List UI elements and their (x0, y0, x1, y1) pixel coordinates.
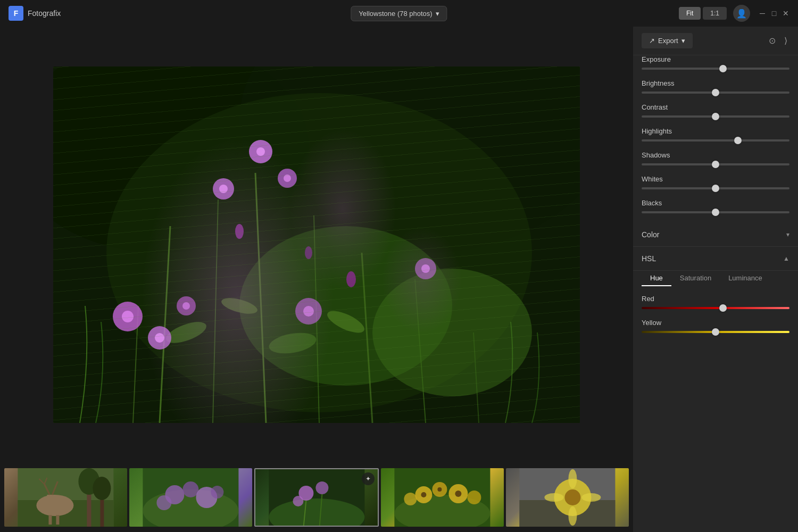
export-label: Export (658, 37, 678, 45)
color-section-title: Color (642, 230, 659, 239)
svg-point-80 (569, 506, 577, 526)
svg-point-74 (455, 491, 462, 497)
main-photo-container (0, 27, 633, 463)
title-bar: F Fotografix Yellowstone (78 photos) ▾ F… (0, 0, 798, 27)
highlights-slider-row (642, 139, 789, 142)
exposure-slider-track[interactable] (642, 68, 789, 70)
highlights-slider-thumb[interactable] (734, 137, 742, 144)
svg-point-71 (404, 493, 417, 505)
person-icon: 👤 (736, 9, 747, 19)
svg-point-62 (293, 496, 303, 506)
minimize-button[interactable]: ─ (759, 10, 766, 17)
exposure-slider-row (642, 68, 789, 70)
yellow-slider-row (642, 331, 789, 333)
svg-point-79 (569, 469, 577, 488)
svg-point-72 (421, 492, 427, 497)
brightness-slider-track[interactable] (642, 92, 789, 94)
main-photo (53, 66, 580, 423)
view-buttons: Fit 1:1 (679, 7, 727, 20)
blacks-label: Blacks (642, 199, 789, 207)
collection-label: Yellowstone (78 photos) (359, 10, 432, 18)
thumb-purple-image (129, 468, 252, 527)
shadows-slider-thumb[interactable] (712, 161, 719, 168)
one-to-one-button[interactable]: 1:1 (703, 7, 727, 20)
hsl-tabs: Hue Saturation Luminance (633, 271, 798, 286)
history-button[interactable]: ⊙ (767, 34, 778, 48)
thumb-elk-image (4, 468, 127, 527)
brightness-control: Brightness (642, 79, 789, 94)
svg-point-78 (565, 489, 581, 505)
whites-control: Whites (642, 175, 789, 189)
blacks-slider-track[interactable] (642, 211, 789, 213)
right-panel: ↗ Export ▾ ⊙ ⟩ Exposure (633, 27, 798, 532)
exposure-slider-thumb[interactable] (719, 65, 727, 72)
svg-rect-46 (56, 515, 59, 525)
whites-label: Whites (642, 175, 789, 183)
yellow-slider-track[interactable] (642, 331, 789, 333)
color-section: Color ▾ (633, 223, 798, 247)
blacks-control: Blacks (642, 199, 789, 213)
hsl-section-title: HSL (642, 254, 656, 263)
brightness-slider-thumb[interactable] (712, 89, 719, 96)
thumbnail-yellow-flowers[interactable] (381, 468, 504, 527)
export-share-icon: ↗ (649, 37, 655, 45)
main-content: ✦ (0, 27, 798, 532)
whites-slider-row (642, 187, 789, 189)
highlights-control: Highlights (642, 127, 789, 142)
contrast-control: Contrast (642, 103, 789, 118)
hsl-tab-hue[interactable]: Hue (642, 271, 671, 286)
red-hue-label: Red (642, 295, 789, 303)
blacks-slider-row (642, 211, 789, 213)
red-slider-track[interactable] (642, 307, 789, 309)
yellow-slider-thumb[interactable] (712, 328, 719, 336)
color-chevron-icon: ▾ (786, 231, 789, 238)
close-button[interactable]: ✕ (782, 10, 789, 17)
thumbnail-yellow-closeup[interactable] (506, 468, 629, 527)
maximize-button[interactable]: □ (770, 10, 778, 17)
shadows-slider-row (642, 163, 789, 165)
thumbnail-selected[interactable]: ✦ (254, 468, 379, 527)
exposure-control: Exposure (642, 55, 789, 70)
grass-overlay (53, 66, 580, 423)
contrast-slider-track[interactable] (642, 115, 789, 118)
color-section-header[interactable]: Color ▾ (633, 223, 798, 247)
contrast-slider-thumb[interactable] (712, 113, 719, 120)
svg-point-73 (438, 487, 442, 492)
svg-rect-45 (48, 515, 52, 525)
whites-slider-thumb[interactable] (712, 185, 719, 192)
photo-area: ✦ (0, 27, 633, 532)
thumb-selected-image (255, 469, 378, 527)
svg-point-70 (468, 491, 481, 504)
export-button[interactable]: ↗ Export ▾ (642, 33, 693, 48)
shadows-label: Shadows (642, 151, 789, 159)
panel-icons: ⊙ ⟩ (767, 34, 789, 48)
panel-header: ↗ Export ▾ ⊙ ⟩ (633, 27, 798, 55)
highlights-slider-track[interactable] (642, 139, 789, 142)
collection-selector[interactable]: Yellowstone (78 photos) ▾ (351, 6, 447, 21)
thumbnail-elk[interactable] (4, 468, 127, 527)
adjustments-section: Exposure Brightness Contrast (633, 55, 798, 223)
hsl-section-header[interactable]: HSL ▲ (633, 247, 798, 271)
thumbnail-purple-flowers[interactable] (129, 468, 252, 527)
red-slider-thumb[interactable] (719, 304, 727, 312)
shadows-slider-track[interactable] (642, 163, 789, 165)
thumb-yellow-image (381, 468, 504, 527)
fit-button[interactable]: Fit (679, 7, 701, 20)
whites-slider-track[interactable] (642, 187, 789, 189)
hsl-tab-luminance[interactable]: Luminance (720, 271, 771, 286)
yellow-hue-control: Yellow (642, 319, 789, 333)
contrast-label: Contrast (642, 103, 789, 111)
app-logo: F (9, 6, 23, 21)
hsl-tab-saturation[interactable]: Saturation (671, 271, 720, 286)
person-button[interactable]: 👤 (733, 5, 750, 22)
red-slider-row (642, 307, 789, 309)
history-icon: ⊙ (769, 36, 776, 45)
svg-point-56 (156, 495, 171, 510)
app-title: Fotografix (28, 9, 61, 18)
collapse-panel-button[interactable]: ⟩ (782, 34, 789, 48)
blacks-slider-thumb[interactable] (712, 209, 719, 216)
window-controls: ─ □ ✕ (759, 10, 789, 17)
hsl-section: HSL ▲ Hue Saturation Luminance Red (633, 247, 798, 343)
svg-point-50 (93, 477, 111, 500)
hsl-sliders: Red Yellow (633, 295, 798, 333)
